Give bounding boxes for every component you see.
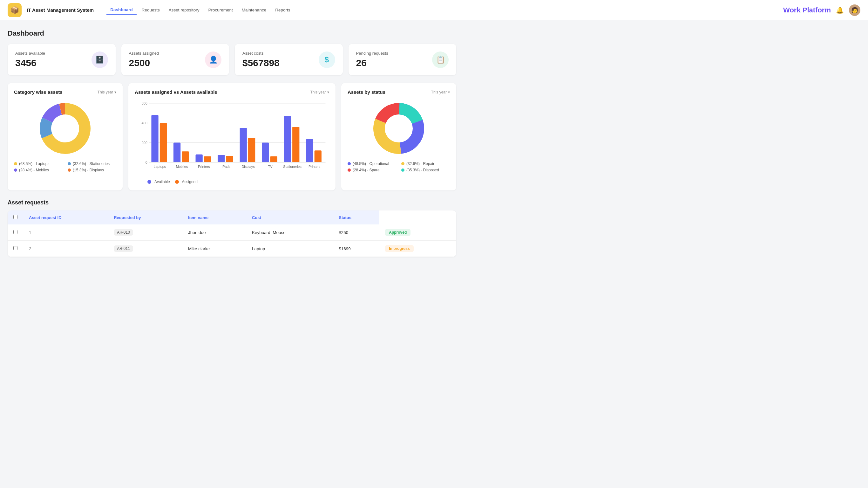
legend-label: (32.6%) - Repair: [406, 162, 434, 166]
row-checkbox-cell: [8, 225, 23, 241]
svg-rect-26: [248, 138, 255, 162]
status-period-select[interactable]: This year ▾: [431, 90, 450, 94]
id-badge: AR-010: [114, 229, 133, 236]
legend-label: (28.4%) - Spare: [353, 168, 380, 172]
avatar: 🧑: [849, 4, 860, 16]
bell-icon[interactable]: 🔔: [836, 6, 844, 14]
nav-link-requests[interactable]: Requests: [138, 6, 164, 14]
svg-text:Printers: Printers: [198, 165, 210, 169]
cost-cell: $1699: [333, 241, 379, 257]
chart-title: Assets assigned vs Assets available: [135, 89, 217, 95]
chart-title: Assets by status: [348, 89, 385, 95]
svg-rect-34: [306, 139, 313, 163]
nav-links: DashboardRequestsAsset repositoryProcure…: [106, 5, 778, 15]
stat-card: Assets available 3456 🗄️: [8, 44, 116, 75]
nav-right: Work Platform 🔔 🧑: [783, 4, 860, 16]
svg-rect-19: [196, 154, 203, 163]
legend-item: (32.6%) - Stationeries: [68, 162, 116, 166]
nav-link-procurement[interactable]: Procurement: [205, 6, 237, 14]
legend-dot: [348, 162, 351, 165]
svg-text:Printers: Printers: [309, 165, 320, 169]
table-row: 1 AR-010 Jhon doe Keyboard, Mouse $250 A…: [8, 225, 456, 241]
table-col-header: Cost: [246, 210, 333, 225]
table-col-header: Requested by: [108, 210, 182, 225]
stat-card: Asset costs $567898 $: [235, 44, 343, 75]
legend-label: (15.3%) - Displays: [73, 168, 104, 172]
stat-label: Assets assigned: [129, 51, 159, 56]
category-period-select[interactable]: This year ▾: [97, 90, 116, 94]
brand-name: Work Platform: [783, 6, 831, 14]
status-donut-container: (48.5%) - Operational(32.6%) - Repair(28…: [348, 100, 450, 172]
svg-rect-13: [152, 115, 159, 162]
svg-point-4: [52, 115, 79, 142]
legend-dot: [175, 180, 179, 184]
svg-rect-31: [284, 116, 291, 162]
nav-link-dashboard[interactable]: Dashboard: [106, 5, 136, 15]
table-body: 1 AR-010 Jhon doe Keyboard, Mouse $250 A…: [8, 225, 456, 257]
stat-info: Assets assigned 2500: [129, 51, 159, 68]
status-legend: (48.5%) - Operational(32.6%) - Repair(28…: [348, 162, 450, 172]
table-col-header: Status: [333, 210, 379, 225]
nav-link-asset-repository[interactable]: Asset repository: [165, 6, 203, 14]
bar-period-select[interactable]: This year ▾: [310, 90, 329, 94]
request-id-cell: AR-011: [108, 241, 182, 257]
stat-label: Pending requests: [356, 51, 388, 56]
category-wise-chart: Category wise assets This year ▾: [8, 83, 123, 191]
stat-info: Assets available 3456: [15, 51, 45, 68]
svg-rect-29: [270, 156, 277, 163]
chart-header: Assets by status This year ▾: [348, 89, 450, 95]
svg-text:200: 200: [142, 141, 148, 145]
stat-info: Pending requests 26: [356, 51, 388, 68]
row-checkbox[interactable]: [13, 246, 18, 250]
nav-link-maintenance[interactable]: Maintenance: [238, 6, 270, 14]
svg-rect-25: [240, 128, 247, 162]
assets-by-status-chart: Assets by status This year ▾ (48.: [341, 83, 456, 191]
stat-label: Assets available: [15, 51, 45, 56]
svg-text:0: 0: [146, 161, 148, 164]
id-badge: AR-011: [114, 246, 133, 252]
legend-item: (32.6%) - Repair: [401, 162, 450, 166]
legend-dot: [401, 162, 404, 165]
legend-dot: [68, 169, 71, 172]
select-all-checkbox[interactable]: [13, 215, 18, 219]
requester-cell: Jhon doe: [182, 225, 246, 241]
legend-item: (28.4%) - Spare: [348, 168, 396, 172]
stat-icon: $: [319, 52, 335, 68]
bar-chart-container: 0200400600LaptopsMobilesPrintersiPadsDis…: [135, 100, 329, 184]
legend-dot: [14, 169, 17, 172]
table-header: Asset request IDRequested byItem nameCos…: [8, 210, 456, 225]
category-legend: (68.5%) - Laptops(32.6%) - Stationeries(…: [14, 162, 116, 172]
stat-value: 26: [356, 58, 388, 68]
svg-text:Stationeries: Stationeries: [283, 165, 302, 169]
status-cell: Approved: [379, 225, 456, 241]
svg-text:400: 400: [142, 121, 148, 125]
stat-icon: 👤: [205, 52, 221, 68]
nav-link-reports[interactable]: Reports: [271, 6, 294, 14]
table-row: 2 AR-011 Mike clarke Laptop $1699 In pro…: [8, 241, 456, 257]
item-name-cell: Keyboard, Mouse: [246, 225, 333, 241]
svg-text:600: 600: [142, 102, 148, 105]
status-badge: Approved: [385, 229, 410, 236]
svg-rect-16: [174, 143, 181, 163]
legend-item: (28.4%) - Mobiles: [14, 168, 63, 172]
cost-cell: $250: [333, 225, 379, 241]
bar-chart-svg: 0200400600LaptopsMobilesPrintersiPadsDis…: [135, 100, 329, 176]
table-col-header: Asset request ID: [23, 210, 108, 225]
row-checkbox[interactable]: [13, 230, 18, 234]
main-content: Dashboard Assets available 3456 🗄️ Asset…: [0, 20, 464, 266]
svg-rect-14: [160, 123, 167, 163]
section-title: Asset requests: [8, 199, 456, 206]
stat-card: Pending requests 26 📋: [348, 44, 457, 75]
legend-dot: [148, 180, 151, 184]
legend-label: (48.5%) - Operational: [353, 162, 389, 166]
chart-header: Category wise assets This year ▾: [14, 89, 116, 95]
svg-text:Mobiles: Mobiles: [176, 165, 188, 169]
legend-dot: [68, 162, 71, 165]
chart-header: Assets assigned vs Assets available This…: [135, 89, 329, 95]
legend-label: Available: [154, 180, 170, 184]
svg-point-42: [385, 115, 412, 142]
stat-info: Asset costs $567898: [242, 51, 280, 68]
svg-rect-35: [314, 150, 321, 162]
table-header-row: Asset request IDRequested byItem nameCos…: [8, 210, 456, 225]
app-title: IT Asset Management System: [27, 7, 94, 13]
